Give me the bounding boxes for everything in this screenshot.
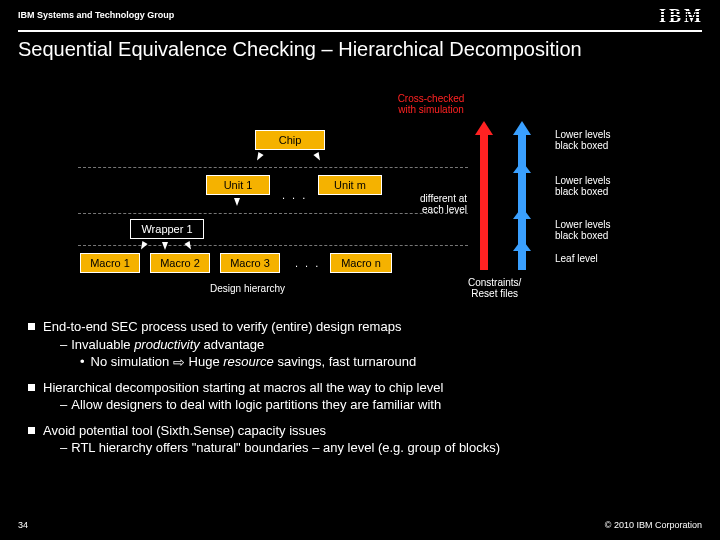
bullet-2: Hierarchical decomposition starting at m…	[28, 379, 692, 397]
header: IBM Systems and Technology Group IBM	[0, 0, 720, 34]
t: Invaluable	[71, 337, 134, 352]
connector-arrow	[254, 152, 263, 162]
wrapper-label: Wrapper 1	[141, 223, 192, 235]
macron-label: Macro n	[341, 257, 381, 269]
macro2-label: Macro 2	[160, 257, 200, 269]
connector-arrow	[138, 241, 147, 251]
macro1-label: Macro 1	[90, 257, 130, 269]
level-label-leaf: Leaf level	[555, 253, 598, 264]
t: Allow designers to deal with logic parti…	[71, 397, 441, 412]
level-divider	[78, 213, 468, 214]
blackbox-tick	[513, 161, 531, 173]
macron-box: Macro n	[330, 253, 392, 273]
unitm-box: Unit m	[318, 175, 382, 195]
t: RTL hierarchy offers "natural" boundarie…	[71, 440, 500, 455]
ellipsis: . . .	[282, 189, 307, 201]
bullet-3-text: Avoid potential tool (Sixth.Sense) capac…	[43, 423, 326, 438]
square-bullet-icon	[28, 384, 35, 391]
connector-arrow	[162, 242, 168, 250]
slide: IBM Systems and Technology Group IBM Seq…	[0, 0, 720, 540]
bullet-2a: –Allow designers to deal with logic part…	[60, 396, 692, 414]
wrapper-box: Wrapper 1	[130, 219, 204, 239]
level-divider	[78, 167, 468, 168]
blackbox-tick	[513, 239, 531, 251]
cross-checked-note: Cross-checked with simulation	[376, 93, 486, 115]
t-em: productivity	[134, 337, 200, 352]
unit1-box: Unit 1	[206, 175, 270, 195]
page-number: 34	[18, 520, 28, 530]
chip-label: Chip	[279, 134, 302, 146]
page-title: Sequential Equivalence Checking – Hierar…	[18, 38, 582, 61]
different-note: different at each level	[420, 193, 467, 215]
t: savings, fast turnaround	[274, 354, 416, 369]
macro1-box: Macro 1	[80, 253, 140, 273]
unitm-label: Unit m	[334, 179, 366, 191]
macro3-label: Macro 3	[230, 257, 270, 269]
square-bullet-icon	[28, 427, 35, 434]
header-rule	[18, 30, 702, 32]
constraints-note: Constraints/ Reset files	[468, 277, 521, 299]
t: Huge	[185, 354, 223, 369]
copyright: © 2010 IBM Corporation	[605, 520, 702, 530]
level-label-unit: Lower levels black boxed	[555, 175, 611, 197]
ibm-logo: IBM	[659, 6, 702, 27]
bullet-3: Avoid potential tool (Sixth.Sense) capac…	[28, 422, 692, 440]
blackbox-tick	[513, 207, 531, 219]
connector-arrow	[313, 152, 322, 162]
bullets: End-to-end SEC process used to verify (e…	[28, 310, 692, 457]
t: advantage	[200, 337, 264, 352]
macro2-box: Macro 2	[150, 253, 210, 273]
square-bullet-icon	[28, 323, 35, 330]
bullet-1b: •No simulation ⇨ Huge resource savings, …	[80, 353, 692, 371]
macro3-box: Macro 3	[220, 253, 280, 273]
level-label-chip: Lower levels black boxed	[555, 129, 611, 151]
bullet-1-text: End-to-end SEC process used to verify (e…	[43, 319, 401, 334]
simulation-arrow	[475, 121, 493, 270]
connector-arrow	[234, 198, 240, 206]
ellipsis: . . .	[295, 257, 320, 269]
t: No simulation	[91, 354, 173, 369]
bullet-1a: –Invaluable productivity advantage	[60, 336, 692, 354]
t-em: resource	[223, 354, 274, 369]
connector-arrow	[184, 241, 193, 251]
bullet-3a: –RTL hierarchy offers "natural" boundari…	[60, 439, 692, 457]
hierarchy-caption: Design hierarchy	[210, 283, 285, 294]
bullet-1: End-to-end SEC process used to verify (e…	[28, 318, 692, 336]
bullet-2-text: Hierarchical decomposition starting at m…	[43, 380, 443, 395]
level-divider	[78, 245, 468, 246]
level-label-wrapper: Lower levels black boxed	[555, 219, 611, 241]
org-name: IBM Systems and Technology Group	[18, 10, 174, 20]
chip-box: Chip	[255, 130, 325, 150]
unit1-label: Unit 1	[224, 179, 253, 191]
hierarchy-diagram: Chip Unit 1 Unit m . . . Wrapper 1 Macro…	[0, 85, 720, 295]
